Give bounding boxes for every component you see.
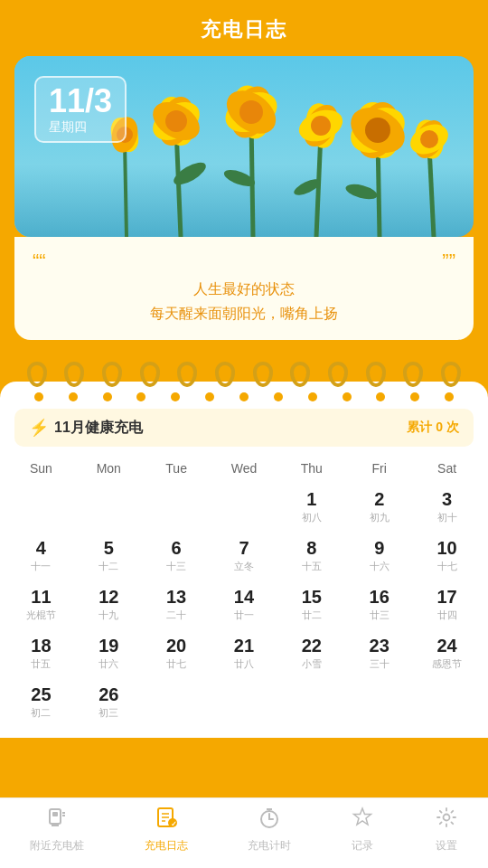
- quote-line2: 每天醒来面朝阳光，嘴角上扬: [33, 301, 455, 326]
- dot: [205, 392, 214, 401]
- svg-point-11: [165, 110, 187, 132]
- calendar-day[interactable]: 20廿七: [143, 629, 211, 675]
- ring: [27, 362, 47, 387]
- svg-marker-52: [354, 808, 371, 825]
- ring: [215, 362, 235, 387]
- svg-text:✓: ✓: [170, 820, 176, 828]
- calendar-header-bar: ⚡ 11月健康充电 累计 0 次: [14, 409, 474, 447]
- dot: [308, 392, 317, 401]
- svg-point-29: [420, 130, 438, 148]
- calendar-day[interactable]: 14廿一: [211, 580, 278, 626]
- calendar-day[interactable]: 22小雪: [277, 629, 345, 675]
- dot: [274, 392, 283, 401]
- calendar-day[interactable]: 12十九: [75, 580, 143, 626]
- calendar-day[interactable]: 9十六: [345, 532, 413, 577]
- nav-item-timer[interactable]: 充电计时: [248, 806, 291, 854]
- nav-item-journal[interactable]: ✓ 充电日志: [145, 806, 188, 854]
- dot: [136, 392, 145, 401]
- dot: [410, 392, 419, 401]
- ring: [177, 362, 197, 387]
- dot: [69, 392, 78, 401]
- calendar-day[interactable]: 5十二: [75, 532, 143, 577]
- calendar-wrapper: ⚡ 11月健康充电 累计 0 次 SunMonTueWedThuFriSat 1…: [0, 356, 488, 738]
- dot: [445, 392, 454, 401]
- dot: [376, 392, 385, 401]
- app-header: 充电日志: [0, 0, 488, 56]
- calendar-day[interactable]: 4十一: [7, 532, 75, 577]
- calendar-month-title: ⚡ 11月健康充电: [29, 418, 143, 438]
- calendar-day[interactable]: 15廿二: [277, 580, 345, 626]
- hero-date: 11/3: [49, 85, 112, 118]
- journal-icon: ✓: [155, 806, 178, 835]
- dot: [103, 392, 112, 401]
- dow-cell: Sun: [7, 458, 75, 479]
- calendar-count: 累计 0 次: [407, 420, 459, 436]
- calendar-day[interactable]: 19廿六: [75, 629, 143, 675]
- ring: [366, 362, 386, 387]
- dow-cell: Fri: [345, 458, 413, 479]
- quote-marks: ““ ””: [33, 250, 455, 273]
- calendar-grid[interactable]: 1初八2初九3初十4十一5十二6十三7立冬8十五9十六10十七11光棍节12十九…: [0, 483, 488, 723]
- ring: [441, 362, 461, 387]
- svg-rect-38: [52, 812, 58, 816]
- timer-icon: [258, 806, 281, 835]
- calendar-day: [413, 678, 481, 723]
- calendar-day[interactable]: 8十五: [277, 532, 345, 577]
- calendar-day[interactable]: 10十七: [413, 532, 481, 577]
- ring: [253, 362, 273, 387]
- dow-cell: Wed: [211, 458, 278, 479]
- calendar-day[interactable]: 6十三: [143, 532, 211, 577]
- calendar-day: [211, 678, 278, 723]
- nav-label-timer: 充电计时: [248, 838, 291, 854]
- calendar-day[interactable]: 17廿四: [413, 580, 481, 626]
- calendar-day: [143, 678, 211, 723]
- dow-cell: Tue: [143, 458, 211, 479]
- hero-date-box: 11/3 星期四: [34, 76, 127, 143]
- dot: [171, 392, 180, 401]
- calendar-day[interactable]: 24感恩节: [413, 629, 481, 675]
- quote-section: ““ ”” 人生最好的状态 每天醒来面朝阳光，嘴角上扬: [14, 237, 474, 340]
- calendar-day[interactable]: 23三十: [345, 629, 413, 675]
- nav-item-settings[interactable]: 设置: [435, 806, 458, 854]
- dow-cell: Mon: [75, 458, 143, 479]
- calendar-body: ⚡ 11月健康充电 累计 0 次 SunMonTueWedThuFriSat 1…: [0, 382, 488, 738]
- quote-line1: 人生最好的状态: [33, 277, 455, 301]
- calendar-day: [277, 678, 345, 723]
- calendar-day[interactable]: 1初八: [277, 483, 345, 528]
- calendar-day: [345, 678, 413, 723]
- ring: [403, 362, 423, 387]
- ring: [102, 362, 122, 387]
- nav-label-charging-station: 附近充电桩: [30, 838, 84, 854]
- svg-point-53: [443, 815, 449, 821]
- nav-label-settings: 设置: [436, 838, 457, 854]
- dot: [239, 392, 249, 401]
- calendar-day[interactable]: 18廿五: [7, 629, 75, 675]
- calendar-day[interactable]: 11光棍节: [7, 580, 75, 626]
- calendar-day[interactable]: 7立冬: [211, 532, 278, 577]
- hero-card: 11/3 星期四: [14, 56, 474, 237]
- calendar-day[interactable]: 25初二: [7, 678, 75, 723]
- quote-text: 人生最好的状态 每天醒来面朝阳光，嘴角上扬: [33, 277, 455, 326]
- calendar-day[interactable]: 2初九: [345, 483, 413, 528]
- hero-weekday: 星期四: [49, 119, 112, 136]
- calendar-day[interactable]: 21廿八: [211, 629, 278, 675]
- record-icon: [351, 806, 374, 835]
- nav-label-record: 记录: [352, 838, 373, 854]
- quote-left-mark: ““: [33, 250, 46, 273]
- dow-cell: Sat: [413, 458, 481, 479]
- calendar-day[interactable]: 26初三: [75, 678, 143, 723]
- calendar-day[interactable]: 16廿三: [345, 580, 413, 626]
- calendar-day[interactable]: 3初十: [413, 483, 481, 528]
- dow-cell: Thu: [277, 458, 345, 479]
- ring: [64, 362, 84, 387]
- rings-bar: [0, 362, 488, 387]
- dot: [34, 392, 43, 401]
- nav-item-charging-station[interactable]: 附近充电桩: [30, 806, 84, 854]
- svg-line-6: [125, 142, 127, 237]
- svg-point-16: [239, 100, 263, 124]
- nav-item-record[interactable]: 记录: [351, 806, 374, 854]
- app-title: 充电日志: [0, 16, 488, 43]
- settings-icon: [435, 806, 458, 835]
- calendar-day[interactable]: 13二十: [143, 580, 211, 626]
- charging-station-icon: [45, 806, 69, 835]
